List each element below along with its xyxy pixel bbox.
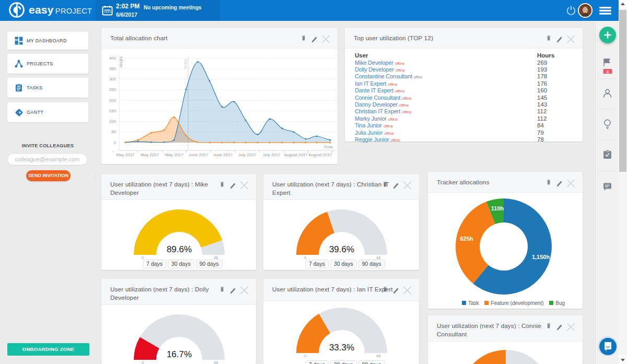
svg-text:July 2017: July 2017 <box>238 152 257 157</box>
svg-text:50: 50 <box>111 130 116 134</box>
svg-text:today: today <box>183 59 188 69</box>
svg-text:110h: 110h <box>491 205 504 212</box>
svg-text:May 2017: May 2017 <box>141 152 159 157</box>
svg-text:625h: 625h <box>460 236 473 242</box>
svg-text:July 2017: July 2017 <box>262 152 281 157</box>
svg-text:June 2017: June 2017 <box>213 152 233 157</box>
svg-text:Time: Time <box>324 145 333 149</box>
svg-text:400: 400 <box>109 56 117 61</box>
svg-text:100: 100 <box>109 119 117 124</box>
svg-text:1,150h: 1,150h <box>532 254 550 260</box>
svg-text:200: 200 <box>109 98 117 103</box>
svg-text:June 2017: June 2017 <box>189 152 208 157</box>
svg-text:150: 150 <box>109 109 117 113</box>
svg-text:6: 6 <box>607 69 609 74</box>
svg-text:May 2017: May 2017 <box>116 152 135 157</box>
svg-text:August 2017: August 2017 <box>308 152 332 157</box>
svg-text:May 2017: May 2017 <box>165 152 184 157</box>
svg-text:350: 350 <box>109 66 117 71</box>
svg-text:250: 250 <box>109 87 117 92</box>
svg-text:0: 0 <box>114 140 117 145</box>
svg-text:August 2017: August 2017 <box>284 152 308 157</box>
svg-text:300: 300 <box>109 77 117 81</box>
